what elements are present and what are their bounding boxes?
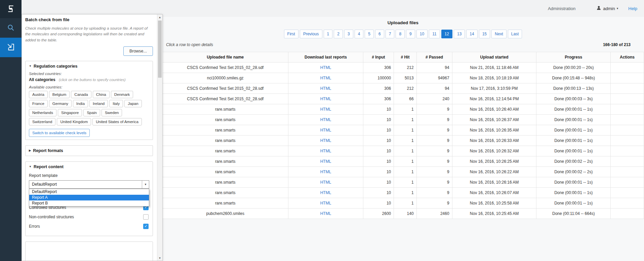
report-html-link[interactable]: HTML [320,65,331,70]
pagination-next[interactable]: Next [491,30,507,38]
country-button[interactable]: France [29,100,48,107]
file-name-cell: pubchem2600.smiles [162,209,288,219]
checkbox[interactable]: ✓ [143,224,149,229]
dropdown-option[interactable]: Report B [29,200,149,206]
user-menu[interactable]: admin ▾ [596,5,618,11]
scrollbar-thumb[interactable] [158,21,162,78]
country-button[interactable]: Denmark [111,91,133,98]
page-button-10[interactable]: 10 [416,30,428,38]
sidebar-item-search[interactable] [0,18,22,38]
actions-cell [611,177,644,188]
country-button[interactable]: Singapore [58,109,82,116]
table-row[interactable]: rare.smartsHTML1019Nov 16, 2016, 10:26:0… [162,188,644,198]
report-html-link[interactable]: HTML [320,138,331,143]
country-button[interactable]: Netherlands [29,109,56,116]
page-button-14[interactable]: 14 [466,30,477,38]
help-link[interactable]: Help [628,6,637,11]
table-row[interactable]: CSCS Confirmed Test Set 2015_02_28.sdfHT… [162,63,644,73]
pagination-first[interactable]: First [284,30,298,38]
report-html-link[interactable]: HTML [320,190,331,195]
table-row[interactable]: rare.smartsHTML1019Nov 16, 2016, 10:26:4… [162,104,644,115]
checkbox[interactable] [143,214,149,220]
country-button[interactable]: China [93,91,110,98]
actions-cell [611,198,644,209]
page-button-1[interactable]: 1 [324,30,333,38]
report-html-link[interactable]: HTML [320,97,331,101]
report-html-link[interactable]: HTML [320,117,331,122]
country-button[interactable]: Switzerland [29,118,55,125]
country-button[interactable]: India [73,100,88,107]
page-button-4[interactable]: 4 [355,30,364,38]
actions-cell [611,188,644,198]
country-button[interactable]: Austria [29,91,48,98]
regulation-categories-header[interactable]: ▼ Regulation categories [29,64,149,69]
report-html-link[interactable]: HTML [320,170,331,174]
switch-check-levels-button[interactable]: Switch to available check levels [29,129,90,137]
dropdown-option[interactable]: Report A [29,195,149,200]
report-html-link[interactable]: HTML [320,128,331,133]
report-template-select[interactable]: DefaultReport ▼ [29,180,149,189]
table-row[interactable]: rare.smartsHTML1019Nov 16, 2016, 10:25:5… [162,198,644,209]
page-button-2[interactable]: 2 [334,30,343,38]
country-button[interactable]: United Kingdom [57,118,91,125]
table-row[interactable]: nci100000.smiles.gzHTML100000501394967No… [162,73,644,83]
section-report-content: ▼ Report content Report template Default… [25,161,153,236]
country-button[interactable]: Sweden [102,109,122,116]
upload-started-cell: Nov 21, 2016, 11:18:46 AM [452,63,536,73]
country-button[interactable]: Spain [83,109,100,116]
file-name-cell: rare.smarts [162,156,288,167]
report-html-link[interactable]: HTML [320,107,331,112]
country-button[interactable]: United States of America [92,118,142,125]
report-html-link[interactable]: HTML [320,211,331,216]
country-button[interactable]: Italy [109,100,123,107]
report-html-link[interactable]: HTML [320,76,331,80]
page-button-3[interactable]: 3 [344,30,353,38]
table-row[interactable]: rare.smartsHTML1019Nov 16, 2016, 10:26:3… [162,136,644,146]
country-button[interactable]: Ireland [89,100,108,107]
table-row[interactable]: rare.smartsHTML1019Nov 16, 2016, 10:26:2… [162,156,644,167]
report-html-link[interactable]: HTML [320,149,331,153]
country-button[interactable]: Belgium [49,91,70,98]
scroll-down-icon[interactable]: ▼ [157,255,162,261]
table-row[interactable]: rare.smartsHTML1019Nov 16, 2016, 10:26:2… [162,167,644,177]
app-logo[interactable] [0,0,22,18]
table-row[interactable]: rare.smartsHTML1019Nov 16, 2016, 10:26:3… [162,125,644,136]
table-row[interactable]: rare.smartsHTML1019Nov 16, 2016, 10:26:3… [162,146,644,156]
table-row[interactable]: pubchem2600.smilesHTML26001402460Nov 16,… [162,209,644,219]
page-button-5[interactable]: 5 [365,30,374,38]
page-button-6[interactable]: 6 [375,30,384,38]
panel-scrollbar[interactable]: ▲ ▼ [157,14,162,261]
report-content-header[interactable]: ▼ Report content [29,164,149,169]
country-button[interactable]: Germany [49,100,72,107]
scroll-up-icon[interactable]: ▲ [157,14,162,20]
page-button-9[interactable]: 9 [406,30,415,38]
country-button[interactable]: Japan [124,100,142,107]
page-button-11[interactable]: 11 [429,30,440,38]
report-formats-header[interactable]: ▶ Report formats [29,148,149,153]
progress-cell: Done (00:00:02 -- 2s) [536,156,611,167]
table-row[interactable]: rare.smartsHTML1019Nov 16, 2016, 10:26:1… [162,177,644,188]
sidebar-item-batch-check[interactable] [0,38,22,57]
report-html-link[interactable]: HTML [320,86,331,91]
table-row[interactable]: CSCS Confirmed Test Set 2015_02_28.sdfHT… [162,83,644,94]
dropdown-option[interactable]: DefaultReport [29,189,149,195]
report-html-link[interactable]: HTML [320,201,331,206]
country-button[interactable]: Canada [71,91,91,98]
pagination-previous[interactable]: Previous [300,30,322,38]
select-dropdown-arrow-icon[interactable]: ▼ [142,181,149,188]
report-html-link[interactable]: HTML [320,159,331,164]
table-row[interactable]: rare.smartsHTML1019Nov 16, 2016, 10:26:3… [162,115,644,125]
column-header: # Passed [416,52,452,63]
page-button-13[interactable]: 13 [454,30,465,38]
pagination-last[interactable]: Last [508,30,522,38]
table-row[interactable]: CSCS Confirmed Test Set 2015_02_28.sdfHT… [162,94,644,104]
page-button-15[interactable]: 15 [479,30,490,38]
report-html-link[interactable]: HTML [320,180,331,185]
passed-cell: 9 [416,125,452,136]
page-button-12[interactable]: 12 [441,30,452,38]
page-button-8[interactable]: 8 [396,30,405,38]
administration-link[interactable]: Administration [548,6,575,11]
all-categories-button[interactable]: All categories [29,77,55,82]
browse-button[interactable]: Browse... [123,46,153,56]
page-button-7[interactable]: 7 [386,30,395,38]
